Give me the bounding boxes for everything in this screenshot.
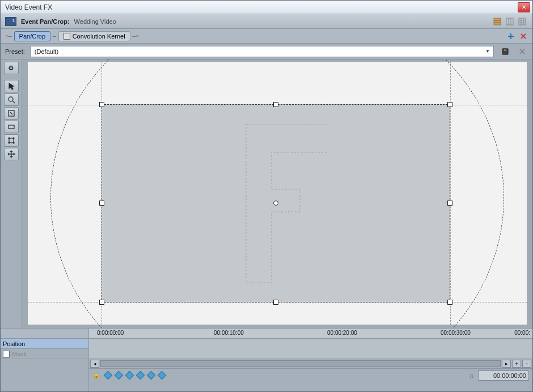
- svg-point-20: [13, 142, 14, 143]
- svg-point-19: [9, 142, 10, 143]
- handle-mid-right[interactable]: [447, 201, 452, 206]
- scroll-right-button[interactable]: ▸: [502, 360, 511, 368]
- timecode-field[interactable]: 00:00:00:00: [478, 370, 529, 381]
- timeline-ruler[interactable]: 0:00:00:00 00:00:10:00 00:00:20:00 00:00…: [89, 329, 532, 339]
- handle-top-right[interactable]: [447, 102, 452, 107]
- zoom-out-button[interactable]: −: [522, 360, 531, 368]
- svg-point-18: [13, 138, 14, 139]
- track-mask[interactable]: Mask: [1, 349, 88, 359]
- handle-top-mid[interactable]: [273, 102, 278, 107]
- track-position[interactable]: Position: [1, 339, 88, 349]
- svg-rect-12: [504, 49, 507, 51]
- save-preset-button[interactable]: [500, 46, 511, 57]
- zoom-in-button[interactable]: +: [512, 360, 521, 368]
- window-title: Video Event FX: [3, 3, 518, 11]
- handle-top-left[interactable]: [99, 102, 104, 107]
- kernel-icon: [64, 33, 70, 40]
- svg-rect-0: [494, 18, 501, 25]
- header-label: Event Pan/Crop:: [21, 18, 70, 25]
- sizing-tool[interactable]: [4, 107, 19, 120]
- crop-rectangle[interactable]: [101, 104, 450, 302]
- svg-point-13: [9, 97, 13, 101]
- chain-right: –○: [132, 33, 141, 39]
- aspect-tool[interactable]: [4, 121, 19, 133]
- arrow-tool[interactable]: [4, 80, 19, 92]
- keyframe-first[interactable]: [104, 371, 113, 380]
- scroll-left-button[interactable]: ◂: [90, 360, 99, 368]
- handle-bottom-mid[interactable]: [273, 300, 278, 305]
- tab-pan-crop[interactable]: Pan/Crop: [14, 31, 50, 41]
- handle-bottom-left[interactable]: [99, 300, 104, 305]
- keyframe-next[interactable]: [147, 371, 156, 380]
- lock-icon[interactable]: 🔒: [92, 372, 100, 379]
- layout-button-3[interactable]: [517, 16, 528, 27]
- svg-rect-16: [9, 138, 14, 143]
- canvas-area[interactable]: [22, 59, 532, 328]
- keyframe-del[interactable]: [136, 371, 145, 380]
- handle-mid-left[interactable]: [99, 201, 104, 206]
- keyframe-add[interactable]: [125, 371, 134, 380]
- frame-icon: [5, 17, 16, 26]
- remove-plugin-button[interactable]: [518, 31, 529, 41]
- preset-dropdown[interactable]: (Default) ▼: [31, 46, 494, 57]
- close-button[interactable]: ✕: [518, 2, 530, 12]
- zoom-tool[interactable]: [4, 93, 19, 106]
- tab-convolution-kernel[interactable]: Convolution Kernel: [58, 31, 130, 41]
- scrollbar[interactable]: [100, 360, 501, 367]
- preset-label: Preset:: [5, 48, 25, 55]
- layout-button-1[interactable]: [492, 16, 503, 27]
- svg-rect-6: [519, 18, 526, 25]
- delete-preset-button[interactable]: [517, 46, 528, 57]
- sync-icon[interactable]: ⎍: [469, 372, 473, 379]
- settings-tool[interactable]: ⚙: [4, 62, 19, 74]
- layout-button-2[interactable]: [504, 16, 515, 27]
- keyframe-last[interactable]: [158, 371, 167, 380]
- transform-tool[interactable]: [4, 134, 19, 147]
- add-plugin-button[interactable]: [505, 31, 517, 41]
- timeline-track[interactable]: [89, 339, 532, 359]
- mask-checkbox[interactable]: [3, 351, 10, 357]
- svg-rect-3: [506, 18, 513, 25]
- move-tool[interactable]: [4, 148, 19, 160]
- keyframe-prev[interactable]: [115, 371, 124, 380]
- svg-point-17: [9, 138, 10, 139]
- svg-rect-15: [9, 125, 14, 129]
- chain-left: ○–: [4, 33, 13, 39]
- chain-mid: –: [52, 33, 57, 39]
- handle-bottom-right[interactable]: [447, 300, 452, 305]
- header-value: Wedding Video: [74, 18, 116, 25]
- chevron-down-icon: ▼: [485, 49, 490, 54]
- center-point[interactable]: [273, 201, 278, 206]
